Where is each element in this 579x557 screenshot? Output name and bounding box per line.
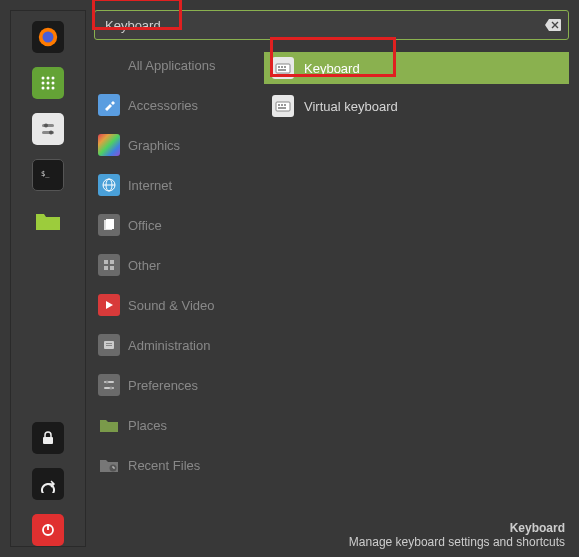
result-virtual-keyboard[interactable]: Virtual keyboard [264,90,569,122]
svg-text:$_: $_ [41,170,50,178]
graphics-icon [98,134,120,156]
footer-description: Keyboard Manage keyboard settings and sh… [94,521,569,549]
preferences-icon [98,374,120,396]
cat-places[interactable]: Places [94,412,264,438]
svg-rect-25 [110,260,114,264]
clear-search-button[interactable] [543,15,563,35]
cat-label: Preferences [128,378,198,393]
virtual-keyboard-icon [272,95,294,117]
search-wrap [94,10,569,40]
apps-grid-icon[interactable] [32,67,64,99]
cat-sound-video[interactable]: Sound & Video [94,292,264,318]
svg-point-34 [110,387,113,390]
svg-rect-30 [106,345,112,346]
svg-point-7 [52,82,55,85]
result-label: Keyboard [304,61,360,76]
svg-rect-26 [104,266,108,270]
accessories-icon [98,94,120,116]
cat-accessories[interactable]: Accessories [94,92,264,118]
svg-rect-42 [278,104,280,106]
svg-rect-39 [284,66,286,68]
svg-point-6 [47,82,50,85]
svg-rect-40 [278,69,286,71]
administration-icon [98,334,120,356]
svg-point-8 [42,87,45,90]
svg-rect-16 [43,437,53,444]
cat-office[interactable]: Office [94,212,264,238]
cat-label: Graphics [128,138,180,153]
svg-rect-41 [276,102,290,111]
cat-administration[interactable]: Administration [94,332,264,358]
results-list: Keyboard Virtual keyboard [264,52,569,521]
firefox-icon[interactable] [32,21,64,53]
footer-title: Keyboard [94,521,565,535]
svg-point-4 [52,77,55,80]
svg-point-14 [49,131,53,135]
svg-point-3 [47,77,50,80]
cat-label: Other [128,258,161,273]
office-icon [98,214,120,236]
files-icon[interactable] [32,205,64,237]
cat-label: Administration [128,338,210,353]
recent-files-icon [98,454,120,476]
svg-rect-37 [278,66,280,68]
cat-all-applications[interactable]: All Applications [94,52,264,78]
footer-desc: Manage keyboard settings and shortcuts [94,535,565,549]
svg-rect-27 [110,266,114,270]
power-icon[interactable] [32,514,64,546]
cat-label: Office [128,218,162,233]
svg-rect-23 [106,219,114,229]
cat-preferences[interactable]: Preferences [94,372,264,398]
svg-rect-29 [106,343,112,344]
cat-label: Recent Files [128,458,200,473]
menu-main: All Applications Accessories Graphics In… [94,0,579,557]
keyboard-icon [272,57,294,79]
svg-point-10 [52,87,55,90]
svg-rect-36 [276,64,290,73]
svg-rect-45 [278,107,286,109]
system-settings-icon[interactable] [32,113,64,145]
svg-point-9 [47,87,50,90]
lock-icon[interactable] [32,422,64,454]
cat-internet[interactable]: Internet [94,172,264,198]
blank-icon [98,54,120,76]
cat-graphics[interactable]: Graphics [94,132,264,158]
cat-label: Internet [128,178,172,193]
cat-label: Places [128,418,167,433]
categories-list: All Applications Accessories Graphics In… [94,52,264,521]
logout-icon[interactable] [32,468,64,500]
places-icon [98,414,120,436]
other-icon [98,254,120,276]
terminal-icon[interactable]: $_ [32,159,64,191]
svg-point-2 [42,77,45,80]
svg-point-5 [42,82,45,85]
svg-rect-43 [281,104,283,106]
svg-point-13 [44,124,48,128]
cat-label: All Applications [128,58,215,73]
svg-point-33 [106,381,109,384]
search-input[interactable] [94,10,569,40]
cat-label: Sound & Video [128,298,215,313]
result-keyboard[interactable]: Keyboard [264,52,569,84]
cat-label: Accessories [128,98,198,113]
svg-rect-24 [104,260,108,264]
launcher-sidebar: $_ [10,10,86,547]
svg-rect-44 [284,104,286,106]
cat-recent-files[interactable]: Recent Files [94,452,264,478]
sound-video-icon [98,294,120,316]
cat-other[interactable]: Other [94,252,264,278]
svg-point-1 [43,32,54,43]
svg-rect-38 [281,66,283,68]
result-label: Virtual keyboard [304,99,398,114]
internet-icon [98,174,120,196]
